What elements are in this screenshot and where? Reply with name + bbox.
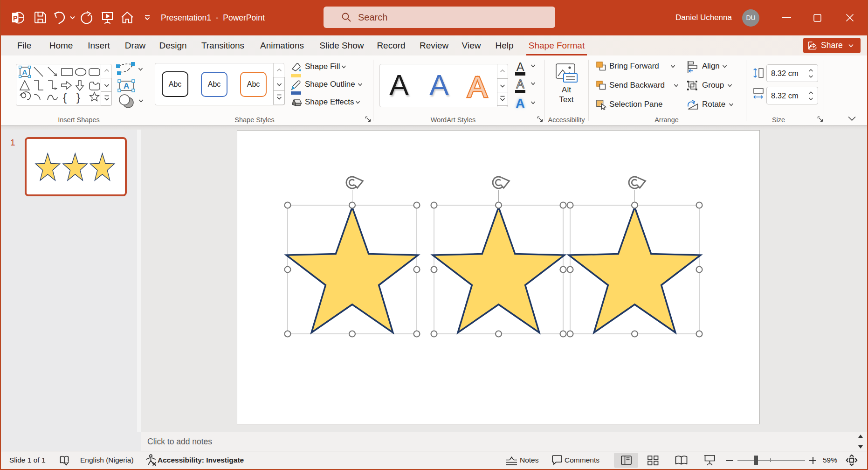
svg-text:A: A: [124, 82, 129, 90]
svg-text:A: A: [22, 68, 28, 76]
svg-text:P: P: [13, 14, 18, 22]
svg-text:A: A: [517, 78, 524, 90]
svg-text:}: }: [76, 91, 80, 104]
svg-text:{: {: [63, 91, 67, 104]
svg-text:A: A: [468, 70, 487, 103]
